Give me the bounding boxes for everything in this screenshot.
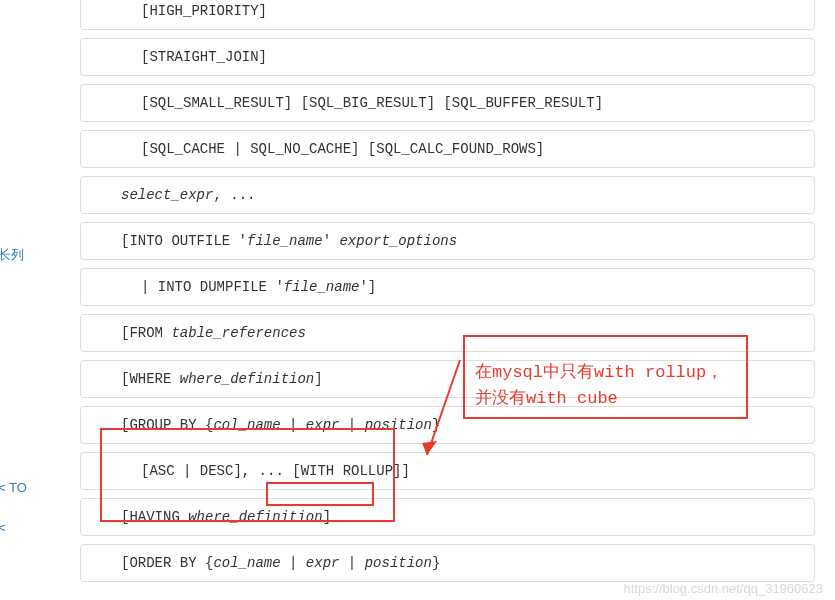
code-line: [ASC | DESC], ... [WITH ROLLUP]] [80,452,815,490]
code-content: [HIGH_PRIORITY] [STRAIGHT_JOIN] [SQL_SMA… [80,0,835,590]
sidebar-link-1[interactable]: 长列 [0,246,24,264]
sidebar-link-2[interactable]: < TO [0,480,27,495]
code-line: [ORDER BY {col_name | expr | position} [80,544,815,582]
code-line: select_expr, ... [80,176,815,214]
code-line: | INTO DUMPFILE 'file_name'] [80,268,815,306]
code-line: [FROM table_references [80,314,815,352]
code-line: [SQL_SMALL_RESULT] [SQL_BIG_RESULT] [SQL… [80,84,815,122]
code-line: [HIGH_PRIORITY] [80,0,815,30]
sidebar: 长列 < TO < [0,0,40,600]
code-line: [STRAIGHT_JOIN] [80,38,815,76]
sidebar-link-3[interactable]: < [0,520,6,535]
code-line: [INTO OUTFILE 'file_name' export_options [80,222,815,260]
code-line: [HAVING where_definition] [80,498,815,536]
code-line: [SQL_CACHE | SQL_NO_CACHE] [SQL_CALC_FOU… [80,130,815,168]
code-line: [GROUP BY {col_name | expr | position} [80,406,815,444]
code-line: [WHERE where_definition] [80,360,815,398]
